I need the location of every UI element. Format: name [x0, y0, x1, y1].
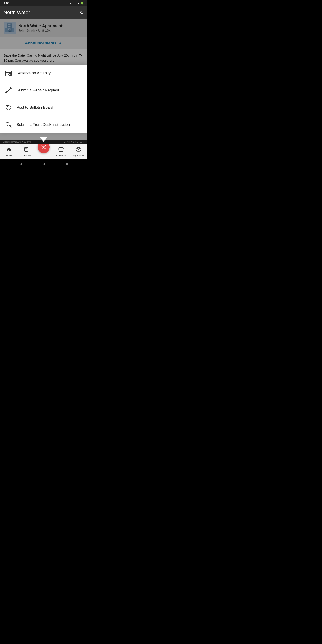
svg-line-28 [8, 88, 11, 91]
reserve-amenity-label: Reserve an Amenity [16, 71, 50, 75]
popup-triangle-container [0, 137, 87, 142]
contacts-label: Contacts [56, 154, 66, 157]
app-title: North Water [4, 10, 30, 16]
home-icon [6, 147, 12, 154]
svg-point-43 [78, 148, 80, 149]
nav-home[interactable]: Home [0, 144, 18, 159]
bulletin-board-label: Post to Bulletin Board [16, 105, 53, 110]
tools-icon [4, 86, 12, 94]
nav-center [35, 144, 52, 159]
myprofile-label: My Profile [73, 154, 84, 157]
contacts-icon [58, 147, 64, 154]
svg-line-34 [10, 126, 10, 126]
repair-request-label: Submit a Repair Request [16, 88, 59, 92]
android-nav: ◄ ● ■ [0, 159, 87, 168]
wifi-icon: ▾ [70, 2, 71, 5]
app-header: North Water ↻ [0, 6, 87, 19]
svg-rect-38 [59, 147, 63, 152]
battery-icon: 🔋 [80, 2, 84, 5]
status-bar: 9:00 ▾ LTE ▲ 🔋 [0, 0, 87, 6]
action-popup: Reserve an Amenity Submit a Repair Reque… [0, 64, 87, 133]
nav-myprofile[interactable]: My Profile [70, 144, 87, 159]
lte-label: LTE [72, 2, 76, 4]
android-home[interactable]: ● [43, 162, 46, 166]
action-bulletin-board[interactable]: Post to Bulletin Board [0, 99, 87, 116]
profile-icon [76, 147, 81, 154]
nav-lifestyle[interactable]: Lifestyle [18, 144, 35, 159]
action-front-desk[interactable]: Submit a Front Desk Instruction [0, 116, 87, 133]
svg-point-31 [7, 106, 8, 107]
front-desk-label: Submit a Front Desk Instruction [16, 122, 70, 127]
status-icons: ▾ LTE ▲ 🔋 [70, 2, 84, 5]
svg-rect-35 [24, 147, 28, 152]
calendar-icon [4, 69, 12, 77]
refresh-icon[interactable]: ↻ [80, 10, 84, 16]
status-time: 9:00 [4, 2, 10, 5]
lifestyle-icon [24, 147, 29, 154]
lifestyle-label: Lifestyle [22, 154, 31, 157]
action-repair-request[interactable]: Submit a Repair Request [0, 82, 87, 99]
android-back[interactable]: ◄ [19, 162, 23, 166]
nav-contacts[interactable]: Contacts [52, 144, 70, 159]
popup-triangle [40, 137, 48, 142]
android-recents[interactable]: ■ [66, 162, 68, 166]
tag-icon [4, 104, 12, 112]
bottom-nav: Home Lifestyle Con [0, 144, 87, 159]
home-label: Home [5, 154, 12, 157]
action-reserve-amenity[interactable]: Reserve an Amenity [0, 64, 87, 82]
signal-icon: ▲ [77, 2, 80, 4]
key-icon [4, 121, 12, 129]
main-content: North Water Apartments John Smith - Unit… [0, 19, 87, 144]
